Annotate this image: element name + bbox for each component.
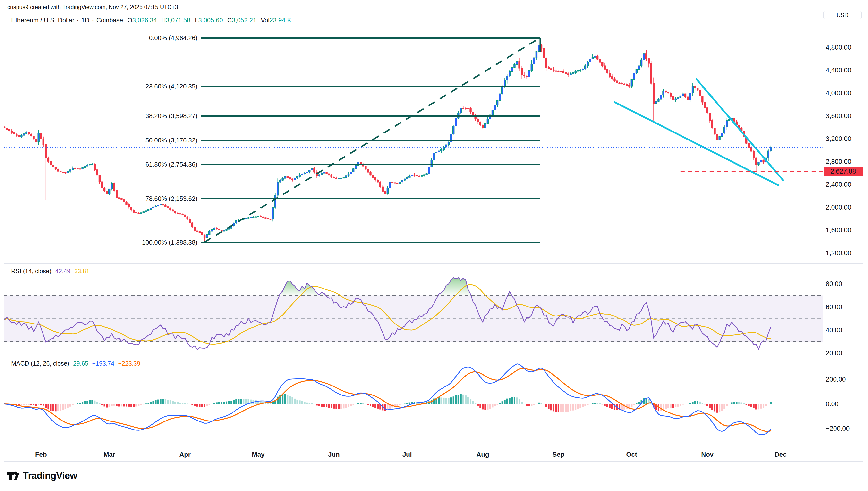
candle	[521, 68, 523, 75]
macd-histogram-bar	[209, 404, 210, 405]
candle	[165, 205, 166, 206]
tradingview-logo[interactable]: TradingView	[6, 469, 77, 482]
month-label[interactable]: Dec	[775, 451, 787, 458]
macd-signal-line[interactable]	[4, 369, 771, 431]
interval-label[interactable]: 1D	[81, 17, 89, 24]
candle	[6, 128, 8, 129]
symbol-title[interactable]: Ethereum / U.S. Dollar	[11, 17, 74, 24]
macd-histogram-bar	[65, 404, 66, 409]
macd-histogram-bar	[214, 403, 215, 404]
macd-histogram-bar	[223, 402, 225, 404]
candle	[172, 209, 174, 211]
macd-histogram-bar	[406, 403, 408, 404]
currency-toggle-button[interactable]: USD	[823, 11, 862, 20]
candle	[57, 169, 59, 171]
candle	[270, 219, 271, 220]
macd-histogram-bar	[445, 398, 447, 404]
fib-retracement[interactable]: 0.00% (4,964.26)23.60% (4,120.35)38.20% …	[142, 34, 540, 246]
macd-histogram-bar	[448, 398, 450, 404]
candle	[546, 58, 547, 67]
fib-level-label: 78.60% (2,153.62)	[146, 195, 197, 202]
month-label[interactable]: Sep	[553, 451, 565, 458]
candle	[728, 119, 730, 121]
month-label[interactable]: Aug	[476, 451, 489, 458]
macd-histogram-bar	[96, 402, 98, 404]
macd-tick-label: 0.00	[826, 400, 839, 408]
candle	[472, 112, 474, 115]
macd-histogram-bar	[238, 399, 240, 404]
macd-line-value: −193.74	[92, 360, 114, 367]
month-label[interactable]: Mar	[103, 451, 115, 458]
volume-value: 23.94 K	[270, 17, 291, 24]
price-tick-label: 1,600.00	[826, 227, 851, 234]
candle	[128, 204, 130, 207]
candle	[716, 134, 718, 140]
chart-widget-border	[4, 13, 863, 461]
month-label[interactable]: Apr	[179, 451, 191, 458]
macd-histogram-bar	[584, 404, 586, 406]
candle	[196, 231, 198, 232]
candle	[580, 70, 581, 70]
candle	[218, 229, 220, 230]
candle	[309, 170, 310, 172]
fib-level-label: 23.60% (4,120.35)	[146, 83, 197, 90]
candle	[333, 177, 335, 178]
macd-histogram-bar	[160, 399, 161, 404]
candle	[326, 172, 328, 174]
macd-histogram-bar	[202, 404, 203, 407]
wedge-trendline[interactable]	[615, 102, 778, 185]
month-label[interactable]: Feb	[35, 451, 47, 458]
candle	[392, 182, 393, 183]
candle	[540, 45, 542, 49]
rsi-title[interactable]: RSI (14, close)	[11, 268, 51, 275]
macd-histogram-bar	[487, 404, 488, 410]
macd-histogram-bar	[721, 404, 723, 411]
candle	[672, 96, 674, 100]
candle	[484, 123, 486, 128]
price-pane[interactable]: 0.00% (4,964.26)23.60% (4,120.35)38.20% …	[4, 34, 824, 246]
candle	[255, 216, 257, 217]
candle	[572, 73, 574, 74]
macd-histogram-bar	[89, 400, 91, 404]
candle	[321, 173, 322, 175]
candle	[768, 151, 769, 157]
macd-histogram-bar	[328, 404, 330, 408]
candle	[101, 181, 103, 188]
rsi-pane[interactable]	[4, 278, 823, 349]
macd-histogram-bar	[455, 395, 457, 404]
candle	[435, 152, 437, 153]
macd-histogram-bar	[148, 403, 149, 404]
candle	[162, 204, 164, 205]
candle	[279, 180, 281, 182]
candle	[479, 122, 481, 125]
candle	[660, 95, 662, 99]
macd-line[interactable]	[4, 364, 771, 435]
candle	[697, 88, 699, 90]
macd-pane[interactable]	[4, 364, 824, 435]
macd-title[interactable]: MACD (12, 26, close)	[11, 360, 69, 367]
month-label[interactable]: Jun	[328, 451, 340, 458]
candle	[694, 86, 696, 88]
chart-canvas[interactable]: 0.00% (4,964.26)23.60% (4,120.35)38.20% …	[0, 0, 868, 491]
candle	[235, 221, 237, 223]
candle	[416, 175, 418, 176]
candle	[340, 178, 342, 179]
tradingview-logo-text: TradingView	[23, 470, 77, 481]
candle	[655, 102, 657, 103]
candle	[687, 97, 689, 100]
candle	[531, 64, 532, 71]
macd-histogram-bar	[384, 404, 386, 411]
macd-histogram-bar	[533, 404, 535, 405]
candle	[511, 67, 513, 71]
macd-histogram-bar	[497, 404, 498, 405]
open-label: O	[127, 17, 132, 24]
month-label[interactable]: Oct	[626, 451, 637, 458]
month-label[interactable]: Nov	[701, 451, 714, 458]
month-label[interactable]: May	[252, 451, 265, 458]
month-label[interactable]: Jul	[402, 451, 412, 458]
candle	[570, 74, 571, 75]
candle	[428, 167, 430, 174]
candle	[45, 145, 46, 158]
candle	[575, 71, 576, 73]
macd-histogram-bar	[179, 403, 181, 404]
